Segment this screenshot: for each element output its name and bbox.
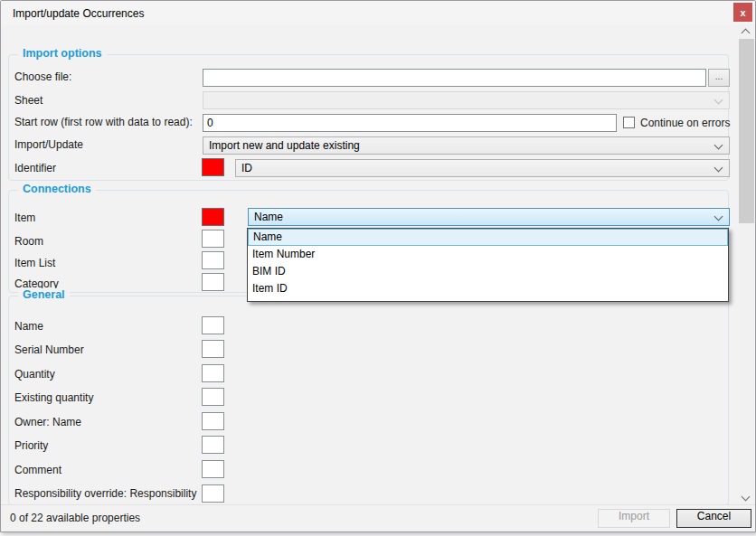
chevron-down-icon <box>714 141 723 150</box>
cancel-button[interactable]: Cancel <box>676 509 751 528</box>
item-select[interactable]: Name <box>248 208 730 226</box>
import-update-label: Import/Update <box>14 138 83 151</box>
choose-file-input[interactable] <box>203 69 706 87</box>
chevron-down-icon <box>714 212 723 221</box>
choose-file-label: Choose file: <box>14 71 71 83</box>
general-legend: General <box>18 288 70 301</box>
quantity-color-swatch[interactable] <box>202 364 224 382</box>
item-label: Item <box>14 212 35 224</box>
chevron-down-icon <box>714 164 723 173</box>
start-row-input[interactable] <box>203 114 617 132</box>
chevron-up-icon <box>742 29 751 38</box>
serial-number-label: Serial Number <box>14 343 84 356</box>
quantity-label: Quantity <box>14 368 55 381</box>
comment-label: Comment <box>14 464 61 476</box>
identifier-label: Identifier <box>14 162 56 174</box>
item-select-dropdown: Name Item Number BIM ID Item ID <box>247 228 729 302</box>
sheet-select <box>203 91 730 109</box>
scroll-up-button[interactable] <box>739 24 754 40</box>
scroll-viewport: Import options Choose file: ... Sheet St… <box>1 25 739 506</box>
browse-button[interactable]: ... <box>708 69 730 87</box>
dialog-footer: 0 of 22 available properties Import Canc… <box>1 504 755 531</box>
owner-name-color-swatch[interactable] <box>202 412 224 430</box>
vertical-scrollbar[interactable] <box>739 24 754 506</box>
import-button: Import <box>598 509 670 528</box>
item-color-swatch[interactable] <box>202 208 224 226</box>
identifier-color-swatch[interactable] <box>202 158 224 176</box>
dialog-title: Import/update Occurrences <box>13 7 144 20</box>
connections-legend: Connections <box>18 183 96 195</box>
name-color-swatch[interactable] <box>202 316 224 334</box>
general-group: General Name Serial Number Quantity Exis… <box>8 296 729 505</box>
available-properties-status: 0 of 22 available properties <box>10 512 140 524</box>
existing-quantity-color-swatch[interactable] <box>202 388 224 406</box>
item-list-color-swatch[interactable] <box>202 251 224 269</box>
import-update-occurrences-dialog: Import/update Occurrences x Import optio… <box>0 0 756 532</box>
room-color-swatch[interactable] <box>202 230 224 248</box>
name-label: Name <box>14 320 43 333</box>
close-icon: x <box>740 7 745 18</box>
existing-quantity-label: Existing quantity <box>14 391 93 404</box>
close-button[interactable]: x <box>733 3 752 22</box>
responsibility-override-color-swatch[interactable] <box>202 484 224 503</box>
dropdown-option-bim-id[interactable]: BIM ID <box>248 263 728 280</box>
item-select-value: Name <box>254 211 283 223</box>
priority-label: Priority <box>14 439 48 452</box>
continue-on-errors-checkbox[interactable] <box>623 117 635 128</box>
chevron-down-icon <box>714 96 723 105</box>
dropdown-option-item-id[interactable]: Item ID <box>248 280 728 297</box>
chevron-down-icon <box>742 493 751 502</box>
scrollbar-thumb[interactable] <box>739 39 754 223</box>
identifier-select[interactable]: ID <box>235 159 730 177</box>
responsibility-override-label: Responsibility override: Responsibility <box>14 487 196 500</box>
serial-number-color-swatch[interactable] <box>202 340 224 358</box>
identifier-select-value: ID <box>241 162 252 174</box>
dropdown-option-item-number[interactable]: Item Number <box>248 246 728 263</box>
priority-color-swatch[interactable] <box>202 436 224 454</box>
continue-on-errors-label[interactable]: Continue on errors <box>640 117 730 129</box>
room-label: Room <box>14 235 43 248</box>
owner-name-label: Owner: Name <box>14 416 81 428</box>
dropdown-option-name[interactable]: Name <box>248 229 728 246</box>
import-update-select[interactable]: Import new and update existing <box>203 136 730 155</box>
comment-color-swatch[interactable] <box>202 460 224 478</box>
import-options-group: Import options Choose file: ... Sheet St… <box>8 54 729 181</box>
sheet-label: Sheet <box>14 94 43 107</box>
category-color-swatch[interactable] <box>202 273 224 291</box>
title-bar[interactable]: Import/update Occurrences x <box>1 1 755 25</box>
import-options-legend: Import options <box>18 47 107 60</box>
import-update-select-value: Import new and update existing <box>209 139 360 152</box>
item-list-label: Item List <box>14 257 55 269</box>
start-row-label: Start row (first row with data to read): <box>14 116 193 128</box>
